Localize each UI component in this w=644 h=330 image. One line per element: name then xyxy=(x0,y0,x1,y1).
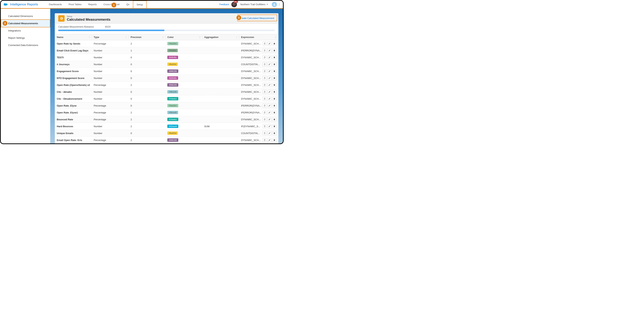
delete-button[interactable] xyxy=(272,55,276,59)
table-row: Open Rate_ElysePercentage0#9ad2b1 IFERRO… xyxy=(55,102,278,109)
column-menu-icon[interactable]: ⋮ xyxy=(199,36,201,38)
column-menu-icon[interactable]: ⋮ xyxy=(88,36,90,38)
duplicate-button[interactable] xyxy=(263,104,267,108)
column-header[interactable]: Precision⋮ xyxy=(128,34,166,40)
delete-button[interactable] xyxy=(272,49,276,53)
duplicate-button[interactable] xyxy=(263,69,267,73)
edit-button[interactable] xyxy=(268,55,272,59)
edit-button[interactable] xyxy=(268,83,272,87)
delete-button[interactable] xyxy=(272,117,276,121)
cell-precision: 0 xyxy=(128,75,166,82)
create-measurement-link[interactable]: Create Calculated Measurement xyxy=(238,16,276,20)
cell-type: Number xyxy=(92,75,129,82)
cell-expression: DYNAMIC_SCH... xyxy=(239,137,278,144)
allowance-value: 40/20 xyxy=(105,26,110,28)
duplicate-button[interactable] xyxy=(263,90,267,94)
delete-button[interactable] xyxy=(272,104,276,108)
edit-button[interactable] xyxy=(268,104,272,108)
column-header[interactable]: Color⋮ xyxy=(166,34,202,40)
feedback-link[interactable]: Feedback xyxy=(219,3,229,6)
delete-button[interactable] xyxy=(272,69,276,73)
edit-button[interactable] xyxy=(268,76,272,80)
notifications-button[interactable]: 99+ xyxy=(231,2,237,7)
cell-expression: IF(DYNAMIC_S... xyxy=(239,123,278,130)
sidebar-item-calc-dimensions[interactable]: Calculated Dimensions xyxy=(1,13,50,20)
duplicate-button[interactable] xyxy=(263,131,267,135)
cell-expression: DYNAMIC_SCH... xyxy=(239,68,278,75)
more-menu[interactable]: ⋮ xyxy=(278,3,281,6)
cell-type: Number xyxy=(92,130,129,137)
column-menu-icon[interactable]: ⋮ xyxy=(236,36,238,38)
delete-button[interactable] xyxy=(272,131,276,135)
edit-button[interactable] xyxy=(268,124,272,128)
cell-name: NTO Engagement Score xyxy=(55,75,92,82)
color-chip: #96cbd5 xyxy=(167,90,178,94)
cell-name: Hard Bounces xyxy=(55,123,92,130)
nav-query[interactable]: Qu xyxy=(123,1,133,8)
delete-button[interactable] xyxy=(272,62,276,66)
column-header[interactable]: Type⋮ xyxy=(92,34,129,40)
sidebar: Calculated Dimensions Calculated Measure… xyxy=(1,9,50,143)
duplicate-button[interactable] xyxy=(263,62,267,66)
delete-button[interactable] xyxy=(272,83,276,87)
duplicate-button[interactable] xyxy=(263,97,267,101)
expression-text: IFERROR(DYNA... xyxy=(241,111,262,114)
nav-setup[interactable]: Setup xyxy=(133,1,147,8)
edit-button[interactable] xyxy=(268,97,272,101)
expression-text: DYNAMIC_SCH... xyxy=(241,70,260,73)
edit-button[interactable] xyxy=(268,42,272,46)
nav-pivot-tables[interactable]: Pivot Tables xyxy=(65,1,85,8)
cell-type: Number xyxy=(92,47,129,54)
duplicate-button[interactable] xyxy=(263,124,267,128)
cell-aggregation xyxy=(202,47,239,54)
duplicate-button[interactable] xyxy=(263,49,267,53)
sidebar-item-calc-measurements[interactable]: Calculated Measurements xyxy=(1,19,50,27)
delete-button[interactable] xyxy=(272,110,276,115)
nav-reports[interactable]: Reports xyxy=(85,1,100,8)
delete-button[interactable] xyxy=(272,76,276,80)
sidebar-item-connected-de[interactable]: Connected Data Extensions xyxy=(1,42,50,49)
duplicate-button[interactable] xyxy=(263,42,267,46)
sidebar-item-integrations[interactable]: Integrations xyxy=(1,27,50,34)
column-header[interactable]: Aggregation⋮ xyxy=(202,34,239,40)
cell-name: # Journeys xyxy=(55,61,92,68)
user-avatar[interactable] xyxy=(272,2,277,7)
delete-button[interactable] xyxy=(272,90,276,94)
edit-button[interactable] xyxy=(268,117,272,121)
cell-name: Email Click Event Lag Days xyxy=(55,47,92,54)
duplicate-button[interactable] xyxy=(263,117,267,121)
sidebar-item-report-settings[interactable]: Report Settings xyxy=(1,34,50,42)
duplicate-button[interactable] xyxy=(263,55,267,59)
edit-button[interactable] xyxy=(268,90,272,94)
edit-button[interactable] xyxy=(268,69,272,73)
duplicate-button[interactable] xyxy=(263,138,267,142)
delete-button[interactable] xyxy=(272,97,276,101)
edit-button[interactable] xyxy=(268,131,272,135)
column-menu-icon[interactable]: ⋮ xyxy=(275,36,277,38)
duplicate-button[interactable] xyxy=(263,110,267,115)
table-row: # JourneysNumber0#fbd03d COUNTDISTIN... xyxy=(55,61,278,68)
edit-button[interactable] xyxy=(268,110,272,115)
column-header[interactable]: Name⋮ xyxy=(55,34,92,40)
nav-dashboards[interactable]: Dashboards xyxy=(46,1,65,8)
duplicate-button[interactable] xyxy=(263,83,267,87)
column-header[interactable]: Expression⋮ xyxy=(239,34,278,40)
cell-color: #10ada1 xyxy=(166,95,202,102)
cell-expression: IFERROR(DYNA... xyxy=(239,47,278,54)
org-switcher[interactable]: Northern Trail Outfitters xyxy=(240,3,266,6)
column-menu-icon[interactable]: ⋮ xyxy=(162,36,164,38)
allowance-label: Calculated Measurement Allowance xyxy=(58,26,94,28)
table-row: Email Open Rate- KrisPercentage2#886290 … xyxy=(55,137,278,144)
column-menu-icon[interactable]: ⋮ xyxy=(125,36,127,38)
delete-button[interactable] xyxy=(272,124,276,128)
color-chip: #886290 xyxy=(167,83,178,87)
edit-button[interactable] xyxy=(268,138,272,142)
color-chip: #b9549c xyxy=(167,56,178,59)
cell-aggregation xyxy=(202,109,239,116)
delete-button[interactable] xyxy=(272,42,276,46)
duplicate-button[interactable] xyxy=(263,76,267,80)
edit-button[interactable] xyxy=(268,62,272,66)
delete-button[interactable] xyxy=(272,138,276,142)
callout-1: 1 xyxy=(112,3,116,8)
edit-button[interactable] xyxy=(268,49,272,53)
